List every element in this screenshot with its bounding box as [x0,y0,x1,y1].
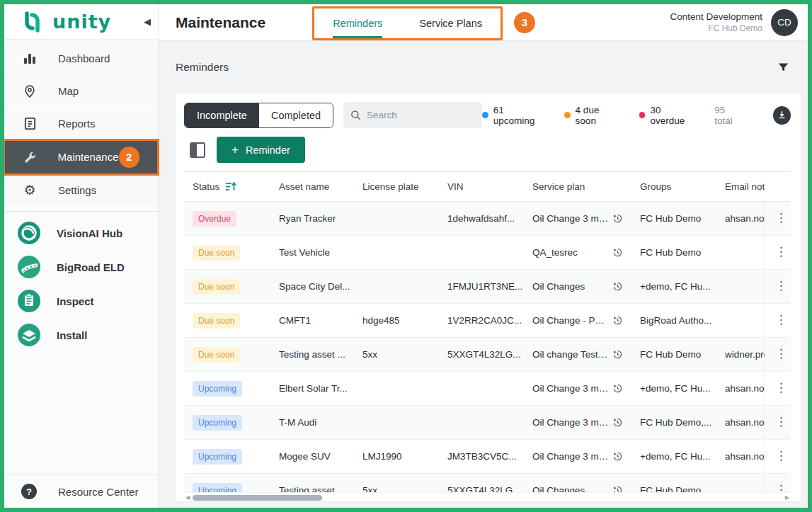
table-row[interactable]: Due soon Test Vehicle QA_tesrec FC Hub D… [184,236,791,270]
email-notification-cell [716,270,765,304]
asset-name-cell: CMFT1 [270,304,354,338]
reminders-card: Incomplete Completed 61 upcoming [176,93,801,501]
history-clock-icon [612,315,623,326]
plus-icon: + [231,144,239,156]
sidebar-item-maintenance[interactable]: Maintenance 2 [4,140,158,174]
sidebar-item-label: Reports [58,118,96,130]
column-header-status[interactable]: Status [184,172,270,202]
row-menu-icon[interactable]: ⋮ [775,283,787,289]
content: Reminders Incomplete Completed [159,41,808,508]
history-clock-icon [612,451,623,462]
status-legend: 61 upcoming 4 due soon 30 overdue 95 tot… [482,105,791,126]
help-icon: ? [21,484,37,499]
tab-reminders[interactable]: Reminders [333,8,382,38]
row-menu-icon[interactable]: ⋮ [775,215,787,221]
license-plate-cell: 5xx [354,474,439,493]
user-org-name: Content Development [670,11,762,22]
vin-cell: 5XXGT4L32LG... [439,338,524,372]
sidebar-item-dashboard[interactable]: Dashboard [4,42,158,75]
row-menu-icon[interactable]: ⋮ [775,453,787,459]
filter-icon[interactable] [777,62,789,74]
asset-name-cell: Ryan Tracker [270,202,354,236]
add-reminder-label: Reminder [246,144,290,156]
table-row[interactable]: Overdue Ryan Tracker 1dehwafdsahf... Oil… [184,202,791,236]
vin-cell: 5XXGT4L32LG... [439,474,524,493]
row-menu-icon[interactable]: ⋮ [775,385,787,391]
tab-service-plans[interactable]: Service Plans [419,8,482,38]
horizontal-scrollbar-thumb[interactable] [193,495,322,501]
sidebar-item-visionai-hub[interactable]: VisionAI Hub [4,216,158,250]
row-menu-icon[interactable]: ⋮ [775,419,787,425]
download-icon[interactable] [773,106,791,125]
scroll-right-icon[interactable]: ▶ [785,494,789,501]
email-notification-cell: widner.pre [716,338,765,372]
groups-cell: +demo, FC Hu... [631,270,716,304]
table-row[interactable]: Upcoming Testing asset ... 5xx 5XXGT4L32… [184,474,791,493]
scroll-left-icon[interactable]: ◀ [185,494,190,501]
column-header-service-plan[interactable]: Service plan [524,172,631,202]
unity-logo-icon [20,10,44,34]
groups-cell: BigRoad Autho... [631,304,716,338]
avatar[interactable]: CD [771,9,798,36]
table-row[interactable]: Due soon CMFT1 hdge485 1V2RR2CA0JC... Oi… [184,304,791,338]
row-menu-icon[interactable]: ⋮ [775,249,787,255]
sidebar-item-label: Map [58,85,79,97]
overdue-dot-icon [639,112,646,118]
legend-overdue-label: 30 overdue [650,105,696,126]
table-row[interactable]: Upcoming T-M Audi Oil Change 3 mo... FC … [184,406,791,440]
wrench-icon [21,149,38,166]
column-header-vin[interactable]: VIN [439,172,524,202]
column-header-email-notifications[interactable]: Email notif [716,172,765,202]
table-row[interactable]: Due soon Testing asset ... 5xx 5XXGT4L32… [184,338,791,372]
history-clock-icon [612,349,623,360]
due-soon-dot-icon [564,112,571,118]
search-box[interactable] [343,102,482,128]
visionai-hub-icon [17,221,41,245]
toggle-incomplete[interactable]: Incomplete [185,103,259,127]
table-row[interactable]: Upcoming Elbert Solar Tr... Oil Change 3… [184,372,791,406]
asset-name-cell: Space City Del... [270,270,354,304]
legend-upcoming: 61 upcoming [482,105,546,126]
table-row[interactable]: Upcoming Mogee SUV LMJ1990 JM3TB3CV5C...… [184,440,791,474]
toggle-completed[interactable]: Completed [259,103,333,127]
resource-center-link[interactable]: ? Resource Center [4,475,158,508]
sidebar-item-bigroad-eld[interactable]: BigRoad ELD [4,250,158,284]
horizontal-scrollbar[interactable]: ◀ ▶ [184,492,791,501]
sidebar-item-map[interactable]: Map [4,75,158,108]
sidebar-header: unity ◀ [4,4,158,40]
install-icon [17,323,41,347]
tabs-annotation-box: Reminders Service Plans [312,6,503,40]
sort-ascending-icon[interactable] [225,181,236,192]
column-header-license-plate[interactable]: License plate [354,172,439,202]
main-area: Maintenance Reminders Service Plans 3 Co… [159,4,808,508]
groups-cell: FC Hub Demo,... [631,406,716,440]
add-reminder-button[interactable]: + Reminder [217,137,305,163]
service-plan-cell: Oil change Test W [524,338,631,372]
search-input[interactable] [367,110,466,120]
history-clock-icon [612,281,623,292]
row-menu-icon[interactable]: ⋮ [775,487,787,492]
sidebar-item-install[interactable]: Install [4,318,158,352]
annotation-badge-3: 3 [514,12,535,33]
row-menu-icon[interactable]: ⋮ [775,317,787,323]
license-plate-cell [354,406,439,440]
row-menu-icon[interactable]: ⋮ [775,351,787,357]
column-header-groups[interactable]: Groups [631,172,716,202]
groups-cell: FC Hub Demo [631,338,716,372]
sidebar-item-label: Dashboard [58,52,110,64]
sidebar-item-inspect[interactable]: Inspect [4,284,158,318]
status-badge: Due soon [193,313,240,329]
sidebar-item-reports[interactable]: Reports [4,108,158,140]
table-row[interactable]: Due soon Space City Del... 1FMJU1RT3NE..… [184,270,791,304]
sidebar-item-settings[interactable]: ⚙ Settings [4,174,158,207]
license-plate-cell: hdge485 [354,304,439,338]
legend-overdue: 30 overdue [639,105,697,126]
column-panel-icon[interactable] [190,142,205,158]
sidebar-item-label: BigRoad ELD [57,261,125,273]
asset-name-cell: Testing asset ... [270,474,354,493]
column-header-asset-name[interactable]: Asset name [270,172,354,202]
vin-cell: 1FMJU1RT3NE... [439,270,524,304]
history-clock-icon [612,417,623,428]
sidebar-collapse-icon[interactable]: ◀ [144,16,151,27]
sidebar-item-label: Settings [58,184,96,196]
